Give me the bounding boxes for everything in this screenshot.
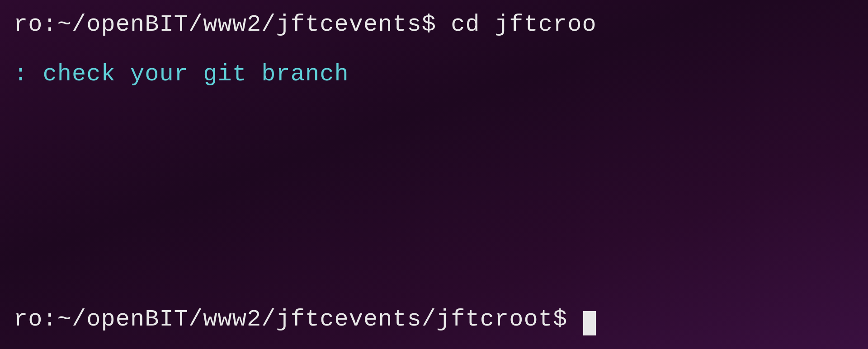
terminal-prompt-bottom: ro:~/openBIT/www2/jftcevents/jftcroot$: [14, 306, 582, 333]
terminal-middle-section: : check your git branch: [14, 45, 854, 304]
terminal-bottom-section: ro:~/openBIT/www2/jftcevents/jftcroot$: [14, 304, 854, 340]
terminal-line-middle: : check your git branch: [14, 59, 854, 90]
terminal-line-top: ro:~/openBIT/www2/jftcevents$ cd jftcroo: [14, 9, 854, 41]
terminal-cursor: [583, 311, 596, 335]
terminal-window[interactable]: ro:~/openBIT/www2/jftcevents$ cd jftcroo…: [0, 0, 868, 349]
terminal-line-bottom: ro:~/openBIT/www2/jftcevents/jftcroot$: [14, 304, 854, 335]
